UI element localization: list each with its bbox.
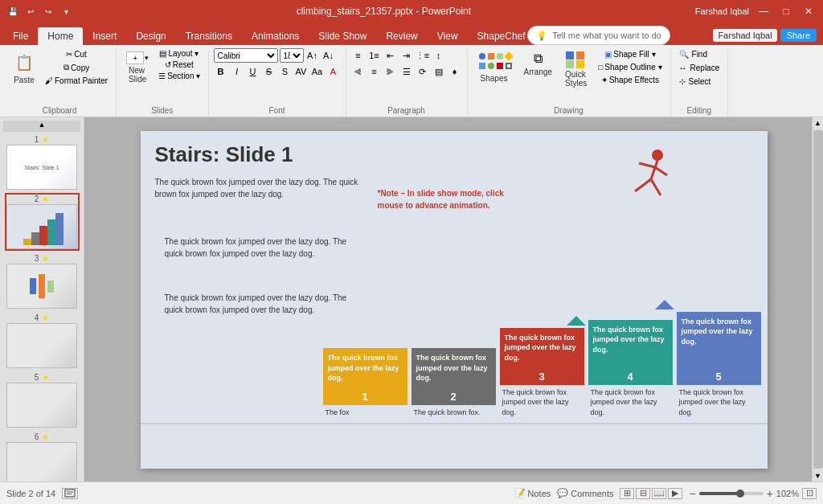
- tab-home[interactable]: Home: [38, 27, 83, 45]
- shape-effects-button[interactable]: ✦ Shape Effects: [595, 74, 665, 86]
- svg-line-3: [655, 167, 667, 175]
- shape-fill-button[interactable]: ▣ Shape Fill ▾: [595, 48, 665, 60]
- char-spacing-btn[interactable]: AV: [294, 64, 309, 79]
- notes-button[interactable]: 📝 Notes: [514, 488, 551, 498]
- slide-thumb-4[interactable]: 4★: [5, 312, 80, 370]
- lightbulb-icon: 💡: [536, 31, 547, 41]
- main-area: ▲ 1 ★ Stairs: Slide 1 2 ★: [0, 117, 823, 481]
- font-group: Calibri 18 A↑ A↓ B I U S S AV Aa A Font: [209, 48, 346, 117]
- shadow-button[interactable]: S: [278, 64, 293, 79]
- zoom-out-btn[interactable]: −: [689, 487, 695, 500]
- format-painter-button[interactable]: 🖌Format Painter: [42, 75, 111, 87]
- quick-styles-icon: [566, 51, 586, 68]
- tab-insert[interactable]: Insert: [83, 27, 126, 45]
- scroll-down-arrow[interactable]: ▼: [813, 470, 823, 481]
- new-slide-button[interactable]: + ▾ NewSlide: [121, 48, 154, 87]
- slide-preview-5: [6, 383, 77, 428]
- comments-button[interactable]: 💬 Comments: [557, 488, 613, 498]
- decrease-indent-btn[interactable]: ⇤: [383, 48, 398, 63]
- decrease-font-btn[interactable]: A↓: [321, 48, 336, 63]
- slide-thumb-6[interactable]: 6★: [5, 431, 80, 481]
- undo-btn[interactable]: ↩: [24, 5, 37, 18]
- quick-styles-button[interactable]: QuickStyles: [560, 48, 592, 91]
- underline-button[interactable]: U: [246, 64, 260, 79]
- zoom-handle[interactable]: [736, 490, 744, 498]
- align-text-btn[interactable]: ▤: [432, 64, 446, 79]
- increase-indent-btn[interactable]: ⇥: [399, 48, 414, 63]
- line-spacing-btn[interactable]: ↕: [432, 48, 446, 63]
- columns-btn[interactable]: ⋮≡: [416, 48, 430, 63]
- tab-slideshow[interactable]: Slide Show: [309, 27, 376, 45]
- scroll-up-arrow[interactable]: ▲: [813, 117, 823, 129]
- slide-sorter-btn[interactable]: ⊟: [636, 488, 650, 499]
- tab-design[interactable]: Design: [126, 27, 175, 45]
- bullets-btn[interactable]: ≡: [351, 48, 366, 63]
- slide-notes-icon[interactable]: [62, 488, 78, 499]
- select-button[interactable]: ⊹Select: [676, 76, 714, 88]
- step-3-sub: The quick brown fox jumped over the lazy…: [500, 385, 584, 420]
- paste-button[interactable]: 📋 Paste: [8, 48, 40, 88]
- find-button[interactable]: 🔍Find: [676, 48, 710, 60]
- redo-btn[interactable]: ↪: [42, 5, 55, 18]
- tell-me-bar[interactable]: 💡 Tell me what you want to do: [527, 26, 670, 45]
- layout-icon: ▤: [159, 49, 166, 58]
- reading-view-btn[interactable]: 📖: [652, 488, 666, 499]
- user-label: Farshad Iqbal: [713, 29, 776, 42]
- tab-transitions[interactable]: Transitions: [176, 27, 242, 45]
- align-center-btn[interactable]: ≡: [367, 64, 382, 79]
- zoom-slider[interactable]: [699, 492, 764, 495]
- font-color-btn[interactable]: A: [326, 64, 341, 79]
- body-text-1: The quick brown fox jumped over the lazy…: [155, 176, 364, 200]
- shape-outline-button[interactable]: □ Shape Outline ▾: [595, 61, 665, 73]
- tab-file[interactable]: File: [3, 27, 38, 45]
- slide-thumb-1[interactable]: 1 ★ Stairs: Slide 1: [5, 133, 80, 191]
- bold-button[interactable]: B: [214, 64, 228, 79]
- minimize-btn[interactable]: —: [755, 6, 772, 17]
- status-bar: Slide 2 of 14 📝 Notes 💬 Comments ⊞ ⊟ 📖 ▶…: [0, 481, 823, 504]
- shapes-button[interactable]: Shapes: [473, 48, 516, 86]
- v-scrollbar[interactable]: ▲ ▼: [812, 117, 823, 481]
- quick-access[interactable]: ▾: [59, 5, 72, 18]
- increase-font-btn[interactable]: A↑: [305, 48, 320, 63]
- italic-button[interactable]: I: [230, 64, 244, 79]
- font-family-select[interactable]: Calibri: [214, 48, 278, 63]
- align-left-btn[interactable]: ⫷: [351, 64, 366, 79]
- font-size-select[interactable]: 18: [280, 48, 304, 63]
- change-case-btn[interactable]: Aa: [310, 64, 325, 79]
- arrange-button[interactable]: ⧉ Arrange: [519, 48, 558, 80]
- tab-review[interactable]: Review: [376, 27, 427, 45]
- copy-button[interactable]: ⧉Copy: [42, 61, 111, 74]
- para-bottom-row: ⫷ ≡ ⫸ ☰ ⟳ ▤ ♦: [351, 64, 462, 79]
- cut-button[interactable]: ✂Cut: [42, 48, 111, 60]
- shape-fill-label: Shape Fill ▾: [613, 50, 655, 59]
- scroll-thumb[interactable]: [813, 130, 823, 469]
- justify-btn[interactable]: ☰: [399, 64, 414, 79]
- smartart-btn[interactable]: ♦: [448, 64, 462, 79]
- slide-thumb-2[interactable]: 2 ★: [5, 193, 80, 251]
- zoom-in-btn[interactable]: +: [767, 487, 773, 500]
- scroll-up-btn[interactable]: ▲: [3, 121, 80, 132]
- fit-slide-btn[interactable]: ⊡: [802, 488, 817, 499]
- share-button[interactable]: Share: [780, 29, 817, 42]
- section-button[interactable]: ☰ Section ▾: [155, 71, 203, 81]
- align-right-btn[interactable]: ⫸: [383, 64, 398, 79]
- normal-view-btn[interactable]: ⊞: [620, 488, 634, 499]
- slide-info: Slide 2 of 14: [6, 489, 55, 498]
- layout-button[interactable]: ▤ Layout ▾: [155, 48, 203, 59]
- maximize-btn[interactable]: □: [778, 6, 794, 17]
- step-1-num: 1: [323, 388, 407, 405]
- tab-animations[interactable]: Animations: [242, 27, 309, 45]
- slide-thumb-3[interactable]: 3★: [5, 252, 80, 310]
- replace-button[interactable]: ↔Replace: [676, 62, 723, 74]
- shape-effects-icon: ✦: [601, 76, 608, 84]
- slideshow-btn[interactable]: ▶: [668, 488, 682, 499]
- slide-thumb-5[interactable]: 5★: [5, 371, 80, 429]
- strikethrough-button[interactable]: S: [262, 64, 276, 79]
- numbering-btn[interactable]: 1≡: [367, 48, 382, 63]
- body-text-3: The quick brown fox jumped over the lazy…: [165, 292, 358, 316]
- tab-shapechef[interactable]: ShapeChef: [468, 27, 535, 45]
- tab-view[interactable]: View: [428, 27, 468, 45]
- text-direction-btn[interactable]: ⟳: [416, 64, 430, 79]
- close-btn[interactable]: ✕: [800, 6, 817, 17]
- reset-button[interactable]: ↺ Reset: [155, 59, 203, 70]
